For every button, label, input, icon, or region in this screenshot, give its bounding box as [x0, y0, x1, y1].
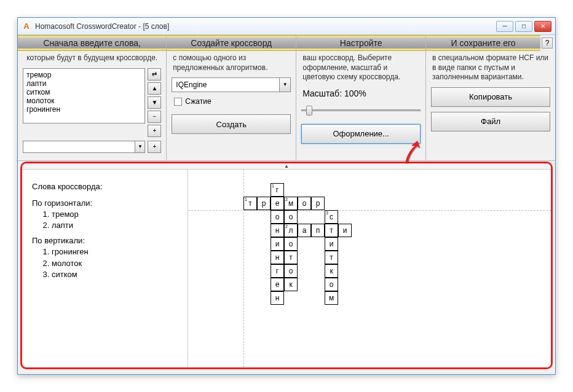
crossword-cell: г1 [271, 183, 284, 197]
crossword-cell: т [325, 251, 338, 264]
slider-thumb[interactable] [306, 106, 312, 116]
across-title: По горизонтали: [32, 198, 178, 208]
crossword-cell: п [311, 224, 325, 237]
crossword-cell: о [325, 278, 338, 291]
close-button[interactable]: ✕ [534, 21, 551, 32]
crossword-cell: р [257, 197, 271, 210]
compress-label: Сжатие [185, 97, 211, 106]
titlebar: A Homacosoft CrosswordCreator - [5 слов]… [18, 18, 555, 35]
crossword-cell: а [298, 224, 311, 237]
list-item: гронинген [52, 246, 178, 257]
compress-checkbox-row[interactable]: Сжатие [172, 96, 291, 107]
list-item: ситком [52, 269, 178, 280]
crossword-cell: е [271, 197, 284, 210]
crossword-cell: г [271, 264, 284, 278]
crossword-cell: р [311, 197, 325, 210]
copy-button[interactable]: Копировать [431, 87, 550, 107]
section-configure-desc: ваш кроссворд. Выберите оформление, масш… [296, 51, 425, 85]
file-button[interactable]: Файл [431, 112, 550, 131]
across-list: треморлапти [32, 209, 178, 231]
crossword-cell: т [284, 251, 298, 264]
section-words-desc: которые будут в будущем кроссворде. [18, 51, 166, 66]
crossword-cell: н [271, 224, 284, 237]
section-save-desc: в специальном формате HCF или в виде пап… [426, 51, 555, 85]
section-words-header: Сначала введите слова, [18, 35, 166, 51]
crossword-cell: о [271, 210, 284, 224]
section-create-desc: с помощью одного из предложенных алгорит… [167, 51, 296, 75]
crossword-cell: о [284, 237, 298, 251]
section-configure: Настройте ваш кроссворд. Выберите оформл… [296, 35, 426, 160]
scale-label: Масштаб: 100% [301, 87, 421, 100]
chevron-down-icon: ▼ [135, 141, 144, 152]
section-create-header: Создайте кроссворд [167, 35, 296, 51]
crossword-cell: о [284, 210, 298, 224]
crossword-cell: е [271, 278, 284, 291]
create-button[interactable]: Создать [172, 114, 291, 134]
clues-title: Слова кроссворда: [32, 182, 178, 191]
down-list: гронингенмолотокситком [32, 246, 178, 280]
move-down-button[interactable]: ▼ [148, 96, 161, 109]
crossword-cell: н [271, 291, 284, 305]
horizontal-splitter[interactable] [22, 163, 551, 170]
maximize-button[interactable]: □ [515, 21, 532, 32]
section-save-header: И сохраните его [426, 35, 540, 51]
slider-track [301, 109, 421, 111]
content-area: Слова кроссворда: По горизонтали: тремор… [20, 162, 553, 369]
section-words: Сначала введите слова, которые будут в б… [18, 35, 167, 160]
crossword-pane[interactable]: г1т1рем2ороос3нл2аптииоинттгокеконм [188, 170, 551, 367]
crossword-cell: о [284, 264, 298, 278]
section-save: ? И сохраните его в специальном формате … [426, 35, 555, 160]
scale-slider[interactable] [301, 103, 421, 117]
crossword-cell: и [271, 237, 284, 251]
section-configure-header: Настройте [296, 35, 425, 51]
engine-select-value: IQEngine [172, 80, 279, 89]
add-from-combo-button[interactable]: + [148, 141, 161, 153]
compress-checkbox[interactable] [174, 98, 182, 106]
crossword-cell: о [298, 197, 311, 210]
word-combo[interactable]: ▼ [23, 141, 145, 153]
crossword-cell: с3 [325, 210, 338, 224]
remove-word-button[interactable]: − [148, 111, 161, 123]
crossword-cell: м [325, 291, 338, 305]
crossword-cell: т1 [243, 197, 257, 210]
toolbar: Сначала введите слова, которые будут в б… [18, 35, 555, 161]
crossword-cell: к [284, 278, 298, 291]
add-word-button[interactable]: + [148, 125, 161, 137]
guide-horizontal [188, 210, 551, 211]
clue-pane: Слова кроссворда: По горизонтали: тремор… [22, 170, 188, 367]
design-button[interactable]: Оформление... [301, 124, 421, 144]
window-buttons: ─ □ ✕ [496, 21, 551, 32]
crossword-cell: л2 [284, 224, 298, 237]
engine-select[interactable]: IQEngine ▼ [172, 77, 291, 92]
chevron-down-icon: ▼ [279, 78, 290, 92]
list-item: тремор [52, 209, 178, 220]
words-textarea[interactable]: тремор лапти ситком молоток гронинген [23, 68, 145, 123]
crossword-cell: н [271, 251, 284, 264]
crossword-cell: м2 [284, 197, 298, 210]
window-title: Homacosoft CrosswordCreator - [5 слов] [35, 22, 492, 31]
minimize-button[interactable]: ─ [496, 21, 513, 32]
crossword-cell: и [338, 224, 352, 237]
crossword-cell: т [325, 224, 338, 237]
help-button[interactable]: ? [542, 37, 553, 49]
app-icon: A [22, 22, 31, 31]
down-title: По вертикали: [32, 236, 178, 245]
section-create: Создайте кроссворд с помощью одного из п… [167, 35, 296, 160]
list-item: молоток [52, 258, 178, 269]
swap-button[interactable]: ⇄ [148, 68, 161, 80]
crossword-cell: и [325, 237, 338, 251]
list-item: лапти [52, 220, 178, 231]
crossword-cell: к [325, 264, 338, 278]
move-up-button[interactable]: ▲ [148, 82, 161, 95]
app-window: A Homacosoft CrosswordCreator - [5 слов]… [17, 17, 556, 375]
